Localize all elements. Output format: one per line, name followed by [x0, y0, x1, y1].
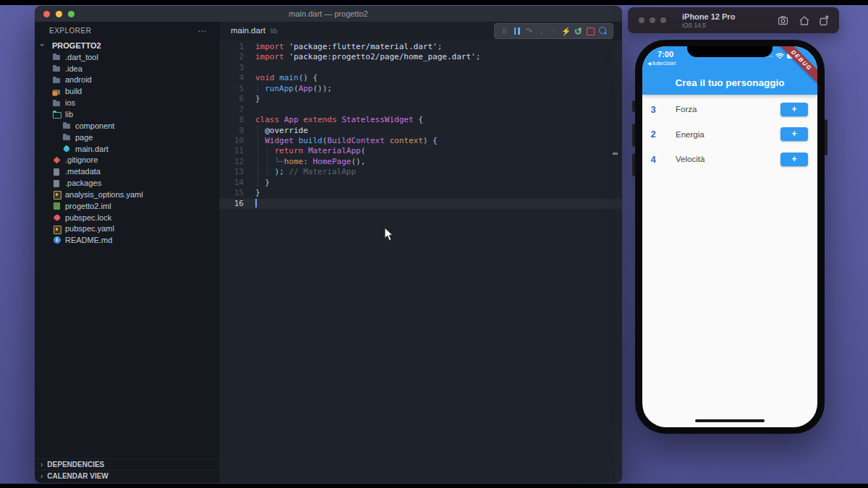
wifi-icon	[775, 53, 784, 59]
hot-reload-icon[interactable]: ⚡	[560, 24, 572, 38]
code-line-10[interactable]: 10│ Widget build(BuildContext context) {	[219, 136, 622, 146]
tree-item-label: PROGETTO2	[52, 41, 101, 50]
simulator-zoom-button[interactable]	[660, 17, 666, 23]
explorer-more-actions-icon[interactable]: ⋯	[197, 26, 207, 36]
home-indicator[interactable]	[695, 419, 765, 422]
tree-item-label: .packages	[65, 179, 101, 187]
tab-main-dart[interactable]: main.dart	[231, 26, 265, 35]
folder-icon	[62, 133, 72, 142]
pause-icon[interactable]	[511, 24, 523, 38]
line-number: 2	[219, 52, 244, 62]
tree-item-label: .gitignore	[65, 155, 98, 164]
tree-item-page[interactable]: page	[35, 132, 218, 143]
widget-inspector-icon[interactable]	[597, 24, 609, 38]
zoom-window-button[interactable]	[68, 11, 75, 17]
code-text: │ │ ); // MaterialApp	[244, 167, 356, 177]
tree-item--idea[interactable]: .idea	[35, 63, 218, 74]
tree-item-pubspec-yaml[interactable]: pubspec.yaml	[35, 223, 218, 235]
stat-row-forza: 3Forza+	[642, 97, 817, 122]
editor-scrollbar[interactable]	[615, 40, 622, 483]
grip-handle-icon[interactable]: ⠿	[498, 24, 511, 38]
power-button[interactable]	[825, 119, 827, 155]
code-text: import 'package:progetto2/page/home_page…	[244, 52, 480, 62]
code-line-11[interactable]: 11│ │ return MaterialApp(	[219, 146, 622, 156]
mute-switch[interactable]	[632, 100, 635, 112]
rotate-device-icon[interactable]	[819, 15, 830, 26]
tree-item-label: ios	[65, 98, 75, 107]
chevron-down-icon	[39, 41, 48, 50]
tree-item-analysis-options-yaml[interactable]: analysis_options.yaml	[35, 189, 218, 200]
minimize-window-button[interactable]	[56, 11, 62, 17]
increment-button-energia[interactable]: +	[780, 127, 808, 141]
stat-value: 4	[642, 154, 664, 165]
line-number: 15	[219, 188, 244, 198]
code-line-8[interactable]: 8class App extends StatelessWidget {	[219, 115, 622, 125]
step-out-icon[interactable]: ↑	[548, 24, 560, 38]
volume-down-button[interactable]	[632, 153, 635, 176]
close-window-button[interactable]	[43, 11, 50, 17]
folder-open-teal-icon	[52, 110, 61, 119]
code-editor: main.dart lib ⠿↷↓↑⚡↺ 1import 'package:fl…	[218, 22, 622, 483]
code-line-12[interactable]: 12│ │ └─home: HomePage(),	[219, 157, 622, 167]
tree-item-progetto2[interactable]: PROGETTO2	[35, 40, 218, 51]
code-line-14[interactable]: 14│ }	[219, 178, 622, 188]
back-to-app-indicator[interactable]: ◀ flutter2start	[647, 61, 676, 67]
tree-item-ios[interactable]: ios	[35, 97, 218, 108]
code-line-7[interactable]: 7	[219, 105, 622, 115]
restart-icon[interactable]: ↺	[572, 24, 584, 38]
step-into-icon[interactable]: ↓	[535, 24, 548, 38]
increment-button-forza[interactable]: +	[780, 103, 808, 116]
tree-item-label: progetto2.iml	[65, 202, 111, 210]
code-line-16[interactable]: 16	[219, 199, 622, 209]
code-line-2[interactable]: 2import 'package:progetto2/page/home_pag…	[219, 52, 622, 62]
line-number: 8	[219, 115, 244, 125]
info-icon	[52, 236, 61, 244]
tree-item-label: pubspec.yaml	[65, 224, 114, 233]
explorer-header-label: EXPLORER	[49, 27, 91, 35]
step-over-icon[interactable]: ↷	[523, 24, 535, 38]
code-line-1[interactable]: 1import 'package:flutter/material.dart';	[219, 42, 622, 52]
code-text: │ │ └─home: HomePage(),	[244, 157, 365, 167]
tree-item-component[interactable]: component	[35, 120, 218, 132]
screenshot-icon[interactable]	[778, 15, 790, 26]
simulator-titlebar[interactable]: iPhone 12 Pro iOS 14.5	[628, 7, 839, 33]
tree-item-pubspec-lock[interactable]: pubspec.lock	[35, 212, 218, 223]
appbar-title: Crea il tuo personaggio	[642, 77, 817, 88]
code-text: import 'package:flutter/material.dart';	[244, 42, 442, 52]
code-line-3[interactable]: 3	[219, 63, 622, 73]
tree-item-main-dart[interactable]: main.dart	[35, 143, 218, 155]
increment-button-velocità[interactable]: +	[780, 153, 808, 166]
tree-item-label: pubspec.lock	[65, 213, 111, 222]
vscode-titlebar[interactable]: main.dart — progetto2	[35, 6, 622, 22]
window-title: main.dart — progetto2	[289, 9, 367, 18]
code-line-5[interactable]: 5│ runApp(App());	[219, 84, 622, 94]
tree-item-progetto2-iml[interactable]: progetto2.iml	[35, 200, 218, 212]
tree-item-android[interactable]: android	[35, 74, 218, 86]
code-line-9[interactable]: 9│ @override	[219, 126, 622, 136]
line-number: 13	[219, 167, 244, 177]
volume-up-button[interactable]	[632, 124, 635, 147]
stats-list: 3Forza+2Energia+4Velocità+	[642, 95, 817, 172]
tree-item--dart-tool[interactable]: .dart_tool	[35, 51, 218, 63]
tree-item--packages[interactable]: .packages	[35, 177, 218, 189]
tree-item--gitignore[interactable]: .gitignore	[35, 154, 218, 166]
code-line-15[interactable]: 15}	[219, 188, 622, 198]
code-line-13[interactable]: 13│ │ ); // MaterialApp	[219, 167, 622, 177]
tree-item-lib[interactable]: lib	[35, 108, 218, 120]
code-line-4[interactable]: 4void main() {	[219, 73, 622, 83]
simulator-minimize-button[interactable]	[650, 17, 655, 23]
section-label: DEPENDENCIES	[47, 461, 104, 468]
line-number: 7	[219, 105, 244, 115]
stat-label: Forza	[676, 105, 697, 114]
code-area[interactable]: 1import 'package:flutter/material.dart';…	[219, 40, 622, 483]
tree-item-build[interactable]: build	[35, 85, 218, 97]
section-calendar-view[interactable]: ›CALENDAR VIEW	[35, 470, 218, 481]
section-dependencies[interactable]: ›DEPENDENCIES	[35, 458, 218, 470]
code-line-6[interactable]: 6}	[219, 94, 622, 104]
tree-item--metadata[interactable]: .metadata	[35, 166, 218, 177]
stop-icon[interactable]	[584, 24, 597, 38]
simulator-close-button[interactable]	[639, 17, 644, 23]
tree-item-readme-md[interactable]: README.md	[35, 234, 218, 246]
home-icon[interactable]	[799, 15, 810, 26]
tree-item-label: .metadata	[65, 167, 101, 176]
